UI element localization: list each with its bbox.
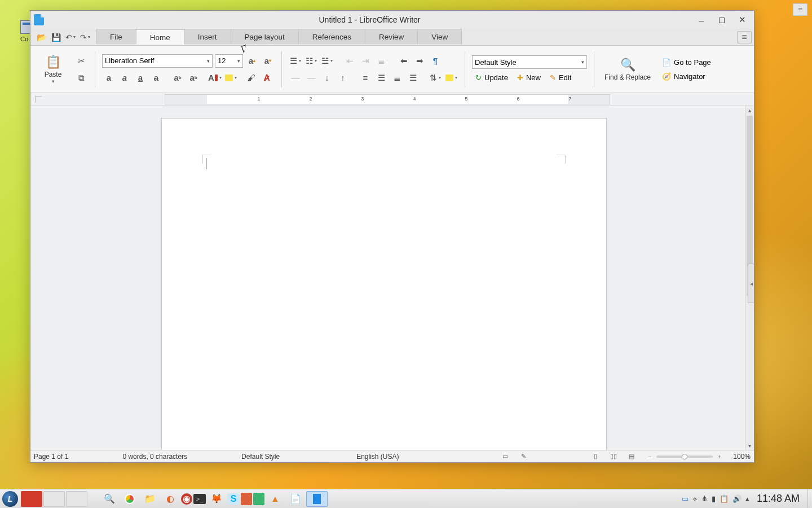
zoom-percent[interactable]: 100% <box>733 453 751 461</box>
taskbar-clock[interactable]: 11:48 AM <box>753 493 803 505</box>
window-maximize-button[interactable]: ◻ <box>716 14 728 26</box>
increase-indent2-icon[interactable]: ➡ <box>413 54 426 68</box>
ribbon-collapse-button[interactable]: ≡ <box>737 31 752 43</box>
update-style-button[interactable]: ↻Update <box>472 72 511 83</box>
tab-insert[interactable]: Insert <box>184 29 231 44</box>
font-size-combo[interactable]: 12▾ <box>215 54 243 68</box>
italic-icon[interactable]: a <box>118 71 131 85</box>
find-replace-button[interactable]: 🔍 Find & Replace <box>601 49 654 90</box>
clone-formatting-icon[interactable]: 🖌 <box>244 71 258 85</box>
edit-style-button[interactable]: ✎Edit <box>546 72 575 83</box>
scroll-down-icon[interactable]: ▾ <box>745 441 754 450</box>
tray-wifi-icon[interactable]: ⟡ <box>692 494 698 503</box>
paragraph-bg-icon[interactable] <box>444 71 458 85</box>
tab-view[interactable]: View <box>417 29 462 44</box>
move-down-icon[interactable]: ↓ <box>320 71 334 85</box>
underline-icon[interactable]: a <box>134 71 147 85</box>
signature-icon[interactable]: ✎ <box>519 453 528 461</box>
desktop-panel-menu[interactable]: ≡ <box>793 3 807 16</box>
bullet-list-icon[interactable]: ☰ <box>289 54 302 68</box>
taskbar-gimp-icon[interactable]: 🦊 <box>207 491 226 507</box>
open-icon[interactable]: 📂 <box>35 31 47 43</box>
taskbar-search-icon[interactable]: 🔍 <box>100 491 119 507</box>
clear-formatting-icon[interactable]: A̷ <box>260 71 273 85</box>
page[interactable] <box>161 118 607 450</box>
paste-button[interactable]: 📋 Paste ▾ <box>36 49 70 90</box>
show-desktop-button[interactable] <box>807 489 812 509</box>
tab-file[interactable]: File <box>96 29 136 44</box>
tray-notifications-icon[interactable]: ▭ <box>682 494 689 503</box>
outline-list-icon[interactable]: ☱ <box>320 54 334 68</box>
taskbar-window-3[interactable] <box>66 491 87 507</box>
window-close-button[interactable]: ✕ <box>736 14 748 26</box>
tab-home[interactable]: Home <box>136 29 184 45</box>
decrease-indent2-icon[interactable]: ⬅ <box>397 54 411 68</box>
window-minimize-button[interactable]: – <box>695 14 708 26</box>
taskbar-chrome-icon[interactable] <box>120 491 139 507</box>
taskbar-impress-icon[interactable] <box>241 493 252 505</box>
tray-clipboard-icon[interactable]: 📋 <box>720 494 729 503</box>
number-list-icon[interactable]: ☷ <box>304 54 318 68</box>
font-name-combo[interactable]: Liberation Serif▾ <box>102 54 213 68</box>
zoom-out-icon[interactable]: − <box>645 453 654 461</box>
status-page[interactable]: Page 1 of 1 <box>34 453 68 461</box>
horizontal-ruler[interactable]: 1 2 3 4 5 6 7 <box>165 94 610 104</box>
line-spacing-dd-icon[interactable]: ⇅ <box>429 71 442 85</box>
taskbar-skype-icon[interactable]: S <box>227 493 240 505</box>
bold-icon[interactable]: a <box>102 71 116 85</box>
zoom-slider[interactable]: − + <box>645 453 724 461</box>
taskbar-files-icon[interactable]: 📁 <box>140 491 160 507</box>
strikethrough-icon[interactable]: a <box>149 71 163 85</box>
undo-button[interactable]: ↶ <box>64 31 77 43</box>
formatting-marks-icon[interactable]: ¶ <box>429 54 442 68</box>
sidebar-toggle[interactable]: ◂ <box>748 264 754 303</box>
taskbar-terminal-icon[interactable]: >_ <box>193 494 206 504</box>
taskbar-writer-active[interactable] <box>306 491 328 507</box>
redo-button[interactable]: ↷ <box>79 31 91 43</box>
paragraph-style-combo[interactable]: Default Style▾ <box>472 55 587 69</box>
view-book-icon[interactable]: ▤ <box>627 453 636 461</box>
new-style-button[interactable]: ✚New <box>514 72 544 83</box>
taskbar-virtual-desktop[interactable] <box>21 491 42 507</box>
highlight-color-icon[interactable] <box>224 71 237 85</box>
taskbar-calc-icon[interactable] <box>253 493 264 505</box>
taskbar-window-2[interactable] <box>43 491 65 507</box>
status-page-style[interactable]: Default Style <box>241 453 280 461</box>
titlebar[interactable]: Untitled 1 - LibreOffice Writer – ◻ ✕ <box>30 11 754 29</box>
subscript-icon[interactable]: ab <box>187 71 200 85</box>
align-left-icon[interactable]: ≡ <box>359 71 372 85</box>
save-icon[interactable]: 💾 <box>50 31 62 43</box>
tray-expand-icon[interactable]: ▴ <box>745 494 749 503</box>
document-canvas[interactable]: ▴ ▾ ◂ <box>30 106 754 450</box>
status-language[interactable]: English (USA) <box>356 453 399 461</box>
insert-mode-icon[interactable]: ▭ <box>501 453 510 461</box>
align-justify-icon[interactable]: ☰ <box>406 71 420 85</box>
tray-battery-icon[interactable]: ▮ <box>712 494 716 503</box>
cut-icon[interactable]: ✂ <box>74 54 88 68</box>
taskbar-media-icon[interactable]: ◉ <box>181 493 192 505</box>
scroll-up-icon[interactable]: ▴ <box>745 106 754 115</box>
tab-page-layout[interactable]: Page layout <box>231 29 299 44</box>
tab-references[interactable]: References <box>298 29 365 44</box>
tray-volume-icon[interactable]: 🔊 <box>732 494 742 503</box>
move-up-icon[interactable]: ↑ <box>336 71 350 85</box>
taskbar-texteditor-icon[interactable]: 📄 <box>286 491 305 507</box>
goto-page-button[interactable]: 📄Go to Page <box>659 57 714 68</box>
view-single-page-icon[interactable]: ▯ <box>591 453 600 461</box>
copy-icon[interactable]: ⧉ <box>74 71 88 85</box>
status-word-count[interactable]: 0 words, 0 characters <box>122 453 187 461</box>
start-button[interactable]: L <box>2 491 18 507</box>
superscript-icon[interactable]: ab <box>171 71 184 85</box>
shrink-font-icon[interactable]: a▾ <box>261 54 275 68</box>
tray-bluetooth-icon[interactable]: ⋔ <box>701 494 708 503</box>
align-center-icon[interactable]: ☰ <box>374 71 388 85</box>
zoom-in-icon[interactable]: + <box>715 453 724 461</box>
tab-review[interactable]: Review <box>365 29 418 44</box>
view-multi-page-icon[interactable]: ▯▯ <box>609 453 618 461</box>
font-color-icon[interactable]: A <box>208 71 222 85</box>
grow-font-icon[interactable]: a▴ <box>245 54 259 68</box>
align-right-icon[interactable]: ≣ <box>390 71 404 85</box>
taskbar-firefox-icon[interactable]: ◐ <box>161 491 180 507</box>
taskbar-vlc-icon[interactable]: ▲ <box>266 491 285 507</box>
navigator-button[interactable]: 🧭Navigator <box>659 71 709 82</box>
